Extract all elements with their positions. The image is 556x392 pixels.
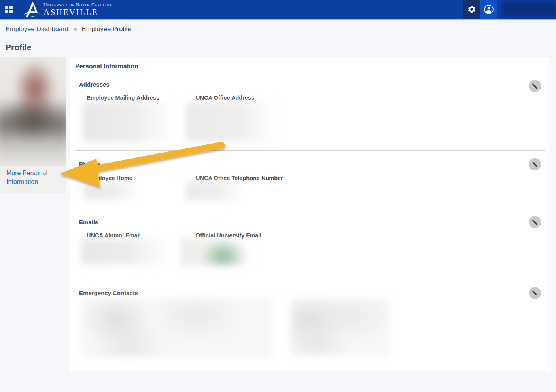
user-name-redacted[interactable] — [502, 2, 556, 17]
edit-emails-button[interactable] — [529, 216, 541, 228]
personal-information-card: Personal Information Addresses Employee … — [70, 57, 550, 371]
redacted-value — [186, 182, 243, 201]
unca-logo-text: University of North Carolina ASHEVILLE — [43, 3, 112, 18]
logo-line1: University of North Carolina — [43, 3, 112, 8]
pencil-icon — [531, 161, 538, 168]
field-label-unca-office-telephone: UNCA Office Telephone Number — [196, 175, 283, 181]
redacted-value — [81, 298, 273, 357]
card-title: Personal Information — [75, 63, 138, 70]
section-title-phones: Phones — [79, 161, 100, 167]
divider — [75, 280, 545, 280]
divider — [75, 208, 545, 208]
person-icon — [484, 4, 494, 15]
redacted-value — [81, 239, 170, 265]
more-personal-information-link[interactable]: More Personal Information — [6, 170, 47, 185]
field-label-official-university-email: Official University Email — [196, 232, 261, 239]
redacted-value — [186, 102, 277, 142]
profile-menu-button[interactable] — [480, 0, 497, 19]
divider — [75, 74, 545, 74]
redacted-value — [84, 182, 139, 200]
pencil-icon — [531, 219, 538, 225]
topbar-right-actions — [463, 0, 556, 19]
top-navigation-bar: University of North Carolina ASHEVILLE — [0, 0, 556, 19]
employee-photo-blur — [0, 57, 66, 167]
gear-icon — [467, 5, 476, 14]
breadcrumb-link-employee-dashboard[interactable]: Employee Dashboard — [6, 25, 68, 33]
field-label-unca-office-address: UNCA Office Address — [196, 95, 254, 101]
unca-logo[interactable]: University of North Carolina ASHEVILLE — [23, 1, 112, 18]
breadcrumb: Employee Dashboard Employee Profile — [0, 20, 556, 38]
redacted-value — [83, 102, 174, 142]
pencil-icon — [531, 83, 538, 89]
breadcrumb-current-employee-profile: Employee Profile — [82, 25, 131, 33]
unca-logo-a-mark — [23, 1, 41, 18]
page-title-row: Profile — [0, 38, 556, 57]
breadcrumb-separator-dot — [74, 28, 77, 31]
redacted-value — [181, 238, 258, 266]
field-label-employee-mailing-address: Employee Mailing Address — [87, 95, 159, 101]
edit-emergency-contacts-button[interactable] — [529, 287, 541, 299]
redacted-value — [291, 299, 390, 355]
field-label-employee-home: Employee Home — [88, 175, 132, 181]
divider — [75, 150, 545, 151]
employee-photo-redacted — [0, 57, 66, 167]
more-personal-information-box: More Personal Information — [0, 166, 66, 193]
edit-addresses-button[interactable] — [529, 80, 541, 92]
apps-grid-glyph — [5, 6, 13, 13]
section-title-addresses: Addresses — [79, 81, 110, 88]
edit-phones-button[interactable] — [529, 158, 541, 170]
section-title-emergency-contacts: Emergency Contacts — [79, 290, 138, 296]
settings-button[interactable] — [463, 0, 480, 19]
pencil-icon — [531, 290, 538, 296]
field-label-unca-alumni-email: UNCA Alumni Email — [87, 232, 141, 239]
logo-line2: ASHEVILLE — [43, 8, 112, 17]
apps-grid-icon[interactable] — [0, 0, 17, 19]
section-title-emails: Emails — [79, 219, 98, 225]
page-title: Profile — [6, 43, 31, 52]
